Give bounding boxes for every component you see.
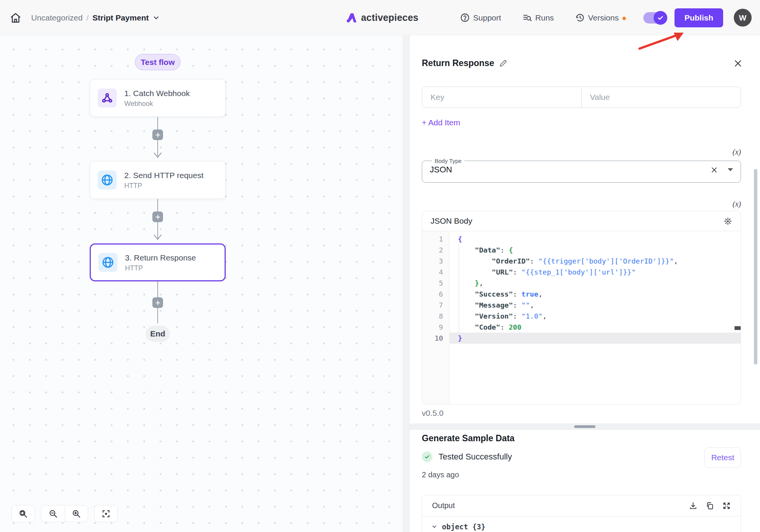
- beautify-sparkle-icon[interactable]: [724, 217, 732, 226]
- step-card-send-http[interactable]: 2. Send HTTP request HTTP: [90, 161, 226, 199]
- toggle-check-icon: [654, 11, 667, 25]
- question-circle-icon: [460, 13, 470, 22]
- step-title: 2. Send HTTP request: [124, 170, 204, 181]
- step-title: 1. Catch Webhook: [124, 88, 190, 99]
- flow-end-label: End: [146, 326, 170, 342]
- indent-guide: [459, 245, 459, 333]
- step-settings-panel: Return Response + Add Item (x) Body Type…: [410, 35, 760, 532]
- add-step-button[interactable]: [152, 297, 163, 308]
- output-tree-node[interactable]: object {3}: [422, 516, 741, 531]
- edit-pencil-icon[interactable]: [499, 59, 507, 67]
- piece-version-label: v0.5.0: [422, 409, 443, 418]
- breadcrumb: Uncategorized / Stript Payment: [31, 13, 160, 22]
- code-gutter: 12345678910: [422, 231, 450, 404]
- versions-button[interactable]: Versions: [575, 13, 619, 22]
- generate-sample-data-title: Generate Sample Data: [422, 433, 515, 444]
- fit-view-button[interactable]: [94, 505, 118, 522]
- webhook-icon: [98, 88, 117, 107]
- home-icon[interactable]: [10, 12, 21, 24]
- panel-scrollbar-thumb[interactable]: [754, 169, 757, 365]
- clear-selection-icon[interactable]: [711, 166, 718, 174]
- support-button[interactable]: Support: [460, 13, 501, 22]
- globe-icon: [98, 170, 117, 189]
- publish-button[interactable]: Publish: [674, 8, 723, 27]
- step-subtitle: HTTP: [125, 264, 196, 272]
- connector-arrowhead: [153, 234, 162, 240]
- canvas-controls: [11, 505, 118, 522]
- success-check-icon: [422, 451, 432, 462]
- copy-icon[interactable]: [706, 502, 714, 510]
- step-card-catch-webhook[interactable]: 1. Catch Webhook Webhook: [90, 79, 226, 117]
- last-tested-time: 2 days ago: [422, 470, 459, 479]
- globe-icon: [98, 253, 117, 272]
- test-status-row: Tested Successfully: [422, 451, 512, 462]
- avatar[interactable]: W: [734, 9, 752, 27]
- value-input[interactable]: [582, 87, 741, 107]
- connector-arrowhead: [153, 152, 162, 158]
- versions-unpublished-dot: [622, 17, 626, 20]
- chevron-down-icon: [431, 524, 437, 530]
- code-editor[interactable]: 12345678910 { "Data": { "OrderID": "{{tr…: [422, 231, 741, 404]
- close-panel-icon[interactable]: [733, 59, 743, 68]
- runs-button[interactable]: Runs: [522, 13, 554, 22]
- panel-resize-strip[interactable]: [403, 35, 410, 532]
- step-subtitle: Webhook: [124, 100, 190, 108]
- body-type-value: JSON: [430, 165, 711, 175]
- add-step-button[interactable]: [152, 129, 163, 140]
- add-step-button[interactable]: [152, 212, 163, 222]
- dropdown-caret-icon[interactable]: [728, 168, 733, 171]
- logo-text: activepieces: [361, 12, 418, 23]
- output-card: Output object {3}: [422, 495, 741, 532]
- add-item-button[interactable]: + Add Item: [422, 118, 460, 127]
- retest-button[interactable]: Retest: [705, 447, 741, 468]
- json-body-label: JSON Body: [431, 216, 724, 226]
- expand-icon[interactable]: [722, 502, 731, 510]
- app-logo: activepieces: [346, 0, 418, 35]
- step-subtitle: HTTP: [124, 182, 204, 190]
- flow-name[interactable]: Stript Payment: [92, 13, 149, 22]
- zoom-in-button[interactable]: [65, 505, 88, 522]
- history-icon: [575, 13, 585, 22]
- step-card-return-response[interactable]: 3. Return Response HTTP: [90, 243, 226, 281]
- body-type-select[interactable]: Body Type JSON: [422, 158, 741, 183]
- insert-variable-icon[interactable]: (x): [733, 148, 741, 156]
- panel-title: Return Response: [422, 58, 494, 68]
- activepieces-logo-icon: [346, 13, 357, 23]
- divider-drag-handle[interactable]: [574, 425, 595, 428]
- download-icon[interactable]: [689, 502, 697, 510]
- output-title: Output: [432, 501, 689, 510]
- chevron-down-icon[interactable]: [152, 14, 160, 22]
- zoom-out-button[interactable]: [41, 505, 65, 522]
- code-content[interactable]: { "Data": { "OrderID": "{{trigger['body'…: [450, 231, 741, 404]
- step-title: 3. Return Response: [125, 253, 196, 263]
- test-status-label: Tested Successfully: [439, 452, 512, 462]
- top-bar: Uncategorized / Stript Payment activepie…: [0, 0, 760, 35]
- response-header-row: [422, 87, 741, 108]
- json-body-editor: JSON Body 12345678910 { "Data": { "Order…: [422, 211, 741, 404]
- insert-variable-icon[interactable]: (x): [733, 200, 741, 208]
- editor-scrollbar-thumb[interactable]: [735, 326, 741, 330]
- zoom-reset-button[interactable]: [11, 505, 35, 522]
- breadcrumb-category[interactable]: Uncategorized: [31, 13, 82, 22]
- flow-canvas[interactable]: Test flow 1. Catch Webhook Webhook 2. Se…: [0, 35, 403, 532]
- key-input[interactable]: [422, 87, 581, 107]
- test-flow-button[interactable]: Test flow: [135, 54, 180, 70]
- body-type-label: Body Type: [432, 158, 464, 164]
- flow-enabled-toggle[interactable]: [643, 12, 666, 24]
- panel-split-divider: [410, 423, 760, 430]
- list-search-icon: [522, 13, 532, 22]
